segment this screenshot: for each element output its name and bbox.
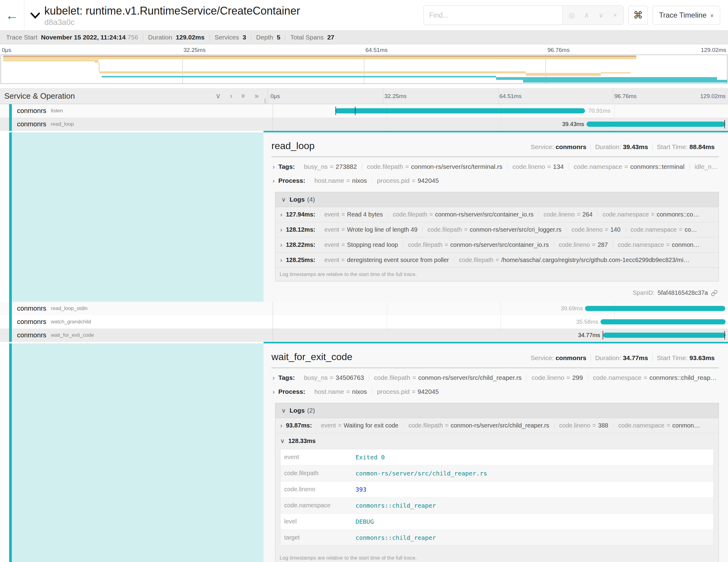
deep-link-icon[interactable]	[711, 290, 718, 296]
tag-value: conmonrs::child_reap…	[649, 374, 717, 381]
span-row-watch-grandchild[interactable]: conmonrs watch_grandchild 35.58ms	[0, 315, 728, 329]
minimap-span-bar	[3, 57, 636, 59]
logs-accordion-header[interactable]: ∨ Logs (4)	[275, 192, 719, 207]
find-input[interactable]	[424, 6, 562, 25]
service-operation-header: Service & Operation ∨ › » » ∥	[0, 88, 268, 104]
timeline-minimap[interactable]	[1, 55, 727, 84]
tags-accordion[interactable]: › Tags: busy_ns=273882 code.filepath=con…	[271, 160, 719, 174]
equals: =	[651, 211, 655, 218]
back-button[interactable]: ←	[0, 0, 24, 30]
collapse-one-icon[interactable]: ›	[230, 92, 232, 100]
duration-label: Duration	[148, 34, 172, 41]
equals: =	[577, 211, 580, 218]
row-gridline	[501, 329, 501, 342]
span-row-listen[interactable]: conmonrs listen 70.91ms	[0, 104, 728, 118]
log-timestamp: 128.33ms	[288, 438, 316, 444]
log-entry[interactable]: › 93.87ms: event=Waiting for exit code c…	[275, 418, 719, 433]
row-gridline	[387, 302, 387, 315]
span-bar[interactable]	[600, 319, 726, 325]
span-duration-label: 39.69ms	[561, 305, 583, 312]
process-accordion[interactable]: › Process: host.name=nixos process.pid=9…	[271, 174, 719, 188]
span-row-read-loop[interactable]: conmonrs read_loop 39.43ms	[0, 118, 728, 131]
log-entry[interactable]: › 128.25ms: event=deregistering event so…	[275, 253, 719, 268]
log-field-row: eventExited 0	[281, 449, 713, 465]
ruler-tick-0: 0μs	[270, 93, 280, 100]
logs-label: Logs	[290, 196, 305, 203]
span-row-wait-for-exit-code[interactable]: conmonrs wait_for_exit_code 34.77ms	[0, 329, 728, 342]
tag-key: code.filepath	[367, 163, 403, 170]
trace-view-selector[interactable]: Trace Timeline ∨	[653, 6, 720, 25]
span-timeline-cell[interactable]: 70.91ms	[273, 104, 728, 118]
locate-icon[interactable]: ◎	[569, 11, 575, 19]
span-name-cell[interactable]: conmonrs listen	[0, 104, 273, 118]
clear-search-icon[interactable]: ×	[613, 11, 617, 19]
duration-value: 129.02ms	[176, 34, 205, 41]
span-bar[interactable]	[603, 333, 726, 338]
span-detail-read-loop: read_loop Service:conmonrs Duration:39.4…	[0, 132, 728, 302]
span-timeline-cell[interactable]: 35.58ms	[273, 315, 728, 329]
expand-all-icon[interactable]: »	[239, 94, 248, 98]
find-group: ◎ ∧ ∨ ×	[424, 5, 624, 25]
log-entry[interactable]: › 127.94ms: event=Read 4 bytes code.file…	[275, 207, 719, 222]
logs-label: Logs	[290, 407, 305, 414]
span-name-cell[interactable]: conmonrs read_loop	[0, 118, 273, 131]
equals: =	[412, 177, 415, 184]
chevron-down-icon: ∨	[281, 196, 286, 203]
prev-result-icon[interactable]: ∧	[584, 11, 590, 19]
total-spans-value: 27	[327, 34, 334, 41]
row-gridline	[614, 104, 614, 118]
span-id-value: 5faf48165428c37a	[658, 289, 708, 296]
next-result-icon[interactable]: ∨	[598, 11, 604, 19]
tag-value: 273882	[336, 163, 357, 170]
minimap-span-bar	[3, 60, 98, 61]
process-value: nixos	[352, 388, 367, 395]
minimap-span-bar	[102, 76, 496, 77]
log-marker	[724, 331, 725, 339]
span-name-cell[interactable]: conmonrs wait_for_exit_code	[0, 329, 273, 342]
logs-accordion-header[interactable]: ∨ Logs (2)	[275, 403, 719, 418]
equals: =	[341, 241, 345, 248]
span-name-cell[interactable]: conmonrs watch_grandchild	[0, 315, 273, 329]
equals: =	[341, 257, 345, 263]
log-key: code.namespace	[618, 422, 664, 429]
ruler-tick-3: 96.76ms	[614, 93, 637, 100]
span-timeline-cell[interactable]: 39.69ms	[273, 302, 728, 315]
span-bar[interactable]	[587, 122, 725, 127]
log-value: conmon-rs/server/src/container_io.rs	[450, 241, 549, 248]
tag-value: 34506763	[336, 374, 364, 381]
keyboard-shortcuts-button[interactable]: ⌘	[628, 6, 648, 25]
log-entry-expanded-header[interactable]: ∨ 128.33ms	[275, 433, 719, 448]
span-bar[interactable]	[335, 108, 585, 114]
column-resize-grip[interactable]: ∥	[264, 97, 267, 104]
detail-indent-strip	[0, 343, 264, 562]
detail-title: read_loop	[271, 140, 315, 152]
log-marker	[724, 120, 725, 128]
process-accordion[interactable]: › Process: host.name=nixos process.pid=9…	[271, 385, 719, 399]
log-entry[interactable]: › 128.22ms: event=Stopping read loop cod…	[275, 237, 719, 253]
span-row-read-loop-stdin[interactable]: conmonrs read_loop_stdin 39.69ms	[0, 302, 728, 315]
minimap-span-bar	[523, 80, 727, 83]
tags-accordion[interactable]: › Tags: busy_ns=34506763 code.filepath=c…	[271, 371, 719, 385]
find-buttons: ◎ ∧ ∨ ×	[562, 6, 623, 25]
span-timeline-cell[interactable]: 34.77ms	[273, 329, 728, 342]
ruler-tick-4: 129.02ms	[700, 93, 726, 100]
detail-highlight-strip	[12, 343, 264, 562]
expand-one-icon[interactable]: ∨	[216, 92, 221, 100]
field-value: DEBUG	[353, 514, 376, 530]
equals: =	[429, 211, 433, 218]
span-name-cell[interactable]: conmonrs read_loop_stdin	[0, 302, 273, 315]
tag-key: code.namespace	[593, 374, 641, 381]
log-marker	[355, 107, 355, 115]
collapse-all-icon[interactable]: »	[255, 92, 259, 100]
span-bar[interactable]	[585, 306, 725, 311]
equals: =	[605, 226, 608, 233]
trace-start-value: November 15 2022, 11:24:14	[41, 34, 126, 41]
span-duration-label: 70.91ms	[588, 107, 611, 114]
equals: =	[330, 163, 333, 170]
log-timestamp: 127.94ms:	[286, 211, 315, 218]
equals: =	[338, 422, 342, 429]
log-entry[interactable]: › 128.12ms: event=Wrote log line of leng…	[275, 222, 719, 237]
chevron-right-icon: ›	[280, 211, 282, 218]
collapse-title-icon[interactable]	[30, 12, 40, 20]
span-timeline-cell[interactable]: 39.43ms	[273, 118, 728, 131]
